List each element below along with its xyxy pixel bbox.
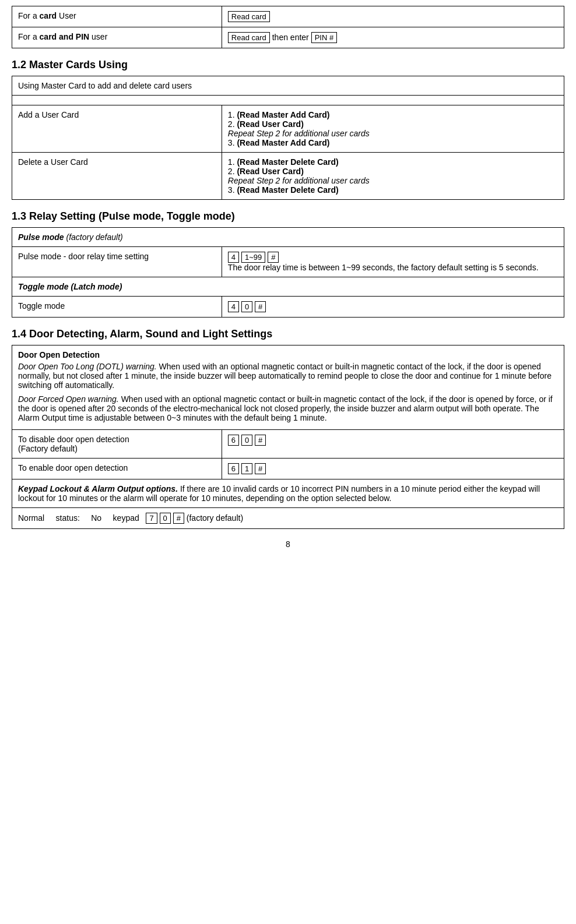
- normal-status-cell: Normal status: No keypad 7 0 # (factory …: [12, 508, 564, 529]
- key-0-toggle: 0: [241, 301, 252, 312]
- key-1-99: 1~99: [241, 252, 265, 263]
- door-open-detection-header-row: Door Open Detection Door Open Too Long (…: [12, 345, 564, 430]
- master-cards-table: Using Master Card to add and delete card…: [12, 76, 564, 200]
- toggle-mode-instruction: 4 0 #: [222, 297, 564, 318]
- pulse-mode-desc: The door relay time is between 1~99 seco…: [228, 263, 539, 272]
- card-user-label: For a card User: [12, 6, 222, 27]
- key-0-normal: 0: [160, 513, 171, 524]
- enable-door-instruction: 6 1 #: [222, 459, 564, 479]
- table-row-header: Using Master Card to add and delete card…: [12, 76, 564, 96]
- read-card-kbd-2: Read card: [228, 32, 270, 43]
- key-hash-normal: #: [173, 513, 184, 524]
- disable-door-detection-row: To disable door open detection(Factory d…: [12, 430, 564, 459]
- pulse-mode-instruction: 4 1~99 # The door relay time is between …: [222, 247, 564, 277]
- page-number: 8: [12, 539, 564, 549]
- delete-user-card-steps: 1. (Read Master Delete Card) 2. (Read Us…: [222, 153, 564, 200]
- pulse-mode-header: Pulse mode (factory default): [12, 228, 564, 247]
- disable-door-label: To disable door open detection(Factory d…: [12, 430, 222, 459]
- pin-hash-kbd: PIN #: [311, 32, 338, 43]
- keypad-lockout-cell: Keypad Lockout & Alarm Output options. I…: [12, 479, 564, 508]
- top-table: For a card User Read card For a card and…: [12, 6, 564, 48]
- section-1-4-title: 1.4 Door Detecting, Alarm, Sound and Lig…: [12, 328, 564, 340]
- add-user-card-row: Add a User Card 1. (Read Master Add Card…: [12, 105, 564, 153]
- toggle-mode-header: Toggle mode (Latch mode): [12, 277, 564, 297]
- table-row: For a card and PIN user Read card then e…: [12, 27, 564, 48]
- section-1-3-title: 1.3 Relay Setting (Pulse mode, Toggle mo…: [12, 210, 564, 223]
- key-4-toggle: 4: [228, 301, 239, 312]
- toggle-mode-row: Toggle mode 4 0 #: [12, 297, 564, 318]
- toggle-mode-label: Toggle mode: [12, 297, 222, 318]
- key-hash-enable: #: [255, 463, 266, 474]
- delete-user-card-label: Delete a User Card: [12, 153, 222, 200]
- add-user-card-steps: 1. (Read Master Add Card) 2. (Read User …: [222, 105, 564, 153]
- card-pin-user-label: For a card and PIN user: [12, 27, 222, 48]
- normal-status-row: Normal status: No keypad 7 0 # (factory …: [12, 508, 564, 529]
- then-enter-text: then enter: [272, 33, 311, 42]
- key-1-enable: 1: [241, 463, 252, 474]
- dotl-paragraph: Door Open Too Long (DOTL) warning. When …: [18, 362, 558, 390]
- section-1-2-title: 1.2 Master Cards Using: [12, 59, 564, 71]
- dfo-paragraph: Door Forced Open warning. When used with…: [18, 394, 558, 422]
- card-user-instruction: Read card: [222, 6, 564, 27]
- pulse-mode-header-row: Pulse mode (factory default): [12, 228, 564, 247]
- key-0-disable: 0: [241, 435, 252, 446]
- key-hash-toggle: #: [255, 301, 266, 312]
- disable-door-instruction: 6 0 #: [222, 430, 564, 459]
- read-card-kbd-1: Read card: [228, 11, 270, 22]
- master-cards-header: Using Master Card to add and delete card…: [12, 76, 564, 96]
- delete-user-card-row: Delete a User Card 1. (Read Master Delet…: [12, 153, 564, 200]
- enable-door-detection-row: To enable door open detection 6 1 #: [12, 459, 564, 479]
- key-6-disable: 6: [228, 435, 239, 446]
- keypad-lockout-row: Keypad Lockout & Alarm Output options. I…: [12, 479, 564, 508]
- key-6-enable: 6: [228, 463, 239, 474]
- toggle-mode-header-row: Toggle mode (Latch mode): [12, 277, 564, 297]
- table-row-empty: [12, 96, 564, 105]
- add-user-card-label: Add a User Card: [12, 105, 222, 153]
- door-open-detection-header: Door Open Detection Door Open Too Long (…: [12, 345, 564, 430]
- door-detecting-table: Door Open Detection Door Open Too Long (…: [12, 345, 564, 529]
- key-hash-disable: #: [255, 435, 266, 446]
- pulse-mode-row: Pulse mode - door relay time setting 4 1…: [12, 247, 564, 277]
- key-4-pulse: 4: [228, 252, 239, 263]
- factory-default-label: (factory default): [187, 513, 243, 523]
- enable-door-label: To enable door open detection: [12, 459, 222, 479]
- pulse-mode-label: Pulse mode - door relay time setting: [12, 247, 222, 277]
- table-row: For a card User Read card: [12, 6, 564, 27]
- card-pin-user-instruction: Read card then enter PIN #: [222, 27, 564, 48]
- key-7-normal: 7: [146, 513, 157, 524]
- key-hash-pulse: #: [268, 252, 279, 263]
- relay-setting-table: Pulse mode (factory default) Pulse mode …: [12, 227, 564, 318]
